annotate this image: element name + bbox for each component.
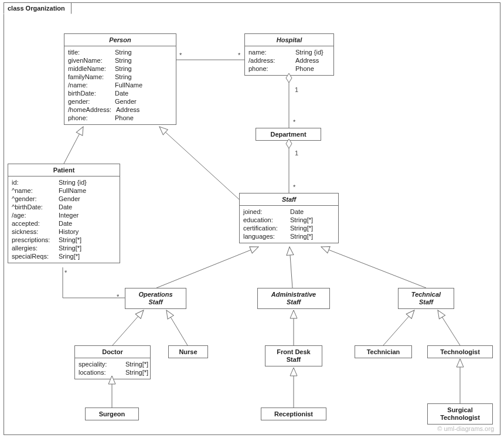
class-doctor: Doctor speciality:String[*]locations:Str…	[74, 345, 151, 379]
class-department-title: Department	[256, 128, 321, 140]
class-administrative-staff-title: Administrative Staff	[258, 288, 329, 308]
svg-line-8	[113, 310, 144, 345]
class-technician-title: Technician	[355, 346, 411, 358]
class-surgical-technologist-title: Surgical Technologist	[428, 404, 492, 424]
svg-line-5	[156, 247, 258, 288]
class-patient: Patient id:String {id}^name:FullName^gen…	[8, 164, 120, 263]
class-hospital-attrs: name:String {id}/address:Addressphone:Ph…	[245, 46, 333, 75]
package-label: class Organization	[4, 2, 71, 14]
class-nurse-title: Nurse	[169, 346, 207, 358]
class-front-desk-staff-title: Front Desk Staff	[265, 346, 322, 366]
class-administrative-staff: Administrative Staff	[257, 288, 330, 309]
mult-person-hospital-right: *	[238, 52, 240, 59]
class-hospital: Hospital name:String {id}/address:Addres…	[244, 33, 334, 76]
class-surgical-technologist: Surgical Technologist	[427, 403, 493, 425]
class-staff-title: Staff	[240, 193, 338, 206]
mult-patient-ops-left: *	[64, 269, 67, 276]
class-person-title: Person	[64, 34, 176, 46]
class-technologist-title: Technologist	[428, 346, 492, 358]
class-technical-staff-title: Technical Staff	[399, 288, 454, 308]
package-box: class Organization Person title:Stringgi…	[4, 2, 500, 435]
svg-line-4	[159, 127, 239, 199]
class-operations-staff: Operations Staff	[125, 288, 186, 309]
mult-person-hospital-left: *	[179, 52, 182, 59]
class-operations-staff-title: Operations Staff	[125, 288, 186, 308]
class-receptionist: Receptionist	[261, 408, 326, 420]
class-front-desk-staff: Front Desk Staff	[265, 345, 322, 366]
class-person-attrs: title:StringgivenName:StringmiddleName:S…	[64, 46, 176, 124]
class-technician: Technician	[355, 345, 412, 358]
svg-line-3	[64, 127, 83, 164]
svg-line-6	[290, 247, 292, 288]
class-person: Person title:StringgivenName:Stringmiddl…	[64, 33, 176, 125]
mult-dept-staff-top: 1	[295, 150, 298, 157]
watermark: © uml-diagrams.org	[437, 425, 494, 432]
class-doctor-title: Doctor	[75, 346, 150, 358]
mult-patient-ops-right: *	[117, 293, 119, 300]
svg-line-7	[321, 247, 426, 288]
mult-hospital-dept-top: 1	[295, 86, 298, 93]
diagram-frame: class Organization Person title:Stringgi…	[0, 0, 504, 438]
class-staff-attrs: joined:Dateeducation:String[*]certificat…	[240, 206, 338, 243]
mult-hospital-dept-bot: *	[293, 118, 295, 125]
class-patient-attrs: id:String {id}^name:FullName^gender:Gend…	[8, 176, 120, 263]
class-nurse: Nurse	[168, 345, 208, 358]
svg-line-11	[383, 310, 414, 345]
class-department: Department	[256, 128, 321, 141]
svg-line-12	[438, 310, 460, 345]
class-surgeon-title: Surgeon	[86, 408, 138, 420]
class-receptionist-title: Receptionist	[261, 408, 326, 420]
class-technical-staff: Technical Staff	[398, 288, 454, 309]
class-doctor-attrs: speciality:String[*]locations:String[*]	[75, 358, 150, 379]
class-technologist: Technologist	[427, 345, 493, 358]
class-staff: Staff joined:Dateeducation:String[*]cert…	[239, 193, 339, 243]
mult-dept-staff-bot: *	[293, 184, 295, 191]
class-hospital-title: Hospital	[245, 34, 333, 46]
class-surgeon: Surgeon	[85, 408, 139, 420]
svg-line-9	[166, 310, 188, 345]
class-patient-title: Patient	[8, 164, 120, 176]
